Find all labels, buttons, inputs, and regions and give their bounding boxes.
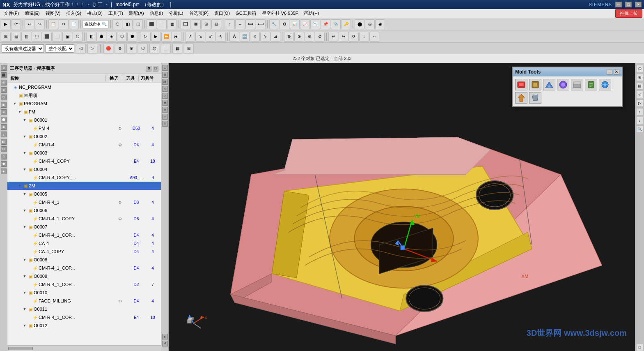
tb2-btn-30[interactable]: ⊙ [315,32,325,42]
tb-btn-29[interactable]: 📌 [321,19,330,29]
tb-btn-14[interactable]: ⬜ [157,19,167,29]
tb-btn-12[interactable]: ◫ [133,19,143,29]
filter-btn-4[interactable]: ⊕ [115,44,125,53]
menu-view[interactable]: 视图(V) [43,9,63,17]
tree-expand[interactable]: ▼ [22,291,27,295]
tb-btn-24[interactable]: 🔧 [269,19,279,29]
tree-row[interactable]: ▼▣O0005 [7,190,161,198]
tb2-btn-27[interactable]: ⊕ [284,32,294,42]
filter-btn-9[interactable]: ▦ [172,44,182,53]
mold-tool-1[interactable] [515,79,527,90]
tb-btn-20[interactable]: ↕ [225,19,235,29]
tree-row[interactable]: ⚡CM-R-4_1⚙D84 [7,198,161,206]
tree-row[interactable]: ⚡CM-R-4_COPYE410 [7,157,161,165]
tree-row[interactable]: ▼▣O0006 [7,206,161,215]
tree-expand[interactable]: ▼ [22,208,27,212]
ph-icon-1[interactable]: ⚙ [146,66,151,72]
viewport[interactable]: YM XM X [169,63,635,351]
tb2-btn-28[interactable]: ⊗ [294,32,304,42]
filter-btn-5[interactable]: ⊗ [126,44,136,53]
tb-btn-11[interactable]: ◧ [123,19,133,29]
tb2-btn-32[interactable]: ↪ [339,32,348,42]
tb2-btn-4[interactable]: ⬚ [32,32,41,42]
tb-btn-32[interactable]: ⬤ [355,19,364,29]
tree-row[interactable]: ▼▣O0011 [7,305,161,313]
tb2-btn-31[interactable]: ↩ [328,32,338,42]
nav-icon-1[interactable]: ⬡ [162,65,168,71]
restore-button[interactable]: □ [625,2,632,7]
tb2-btn-29[interactable]: ⊘ [305,32,314,42]
tb-btn-31[interactable]: 🔑 [341,19,351,29]
tb-btn-26[interactable]: 📊 [290,19,300,29]
mold-tool-2[interactable] [529,79,541,90]
mold-tool-8[interactable] [515,92,527,104]
tree-row[interactable]: ▼▣O0008 [7,256,161,264]
start-button[interactable]: ▶ [1,19,11,29]
tb-btn-18[interactable]: ⊞ [201,19,211,29]
tb-btn-10[interactable]: ⬡ [112,19,122,29]
tb2-btn-24[interactable]: ℓ [250,32,260,42]
tree-row[interactable]: ⚡CM-R-4_COPY_...A90_...9 [7,173,161,182]
mold-tool-7[interactable] [599,79,611,90]
tb2-btn-33[interactable]: ⟳ [349,32,359,42]
tb2-btn-2[interactable]: ▤ [11,32,21,42]
vs-icon-7[interactable]: ↓ [636,117,644,124]
menu-star-plugin[interactable]: 星空外挂 V6.935F [259,9,301,17]
tree-row[interactable]: ▼▣ZM [7,182,161,190]
tree-row[interactable]: ▼▣O0012 [7,321,161,330]
menu-info[interactable]: 信息(I) [147,9,165,17]
mold-tools-minimize[interactable]: ─ [607,69,612,75]
tree-expand[interactable]: ▼ [17,184,22,188]
left-icon-11[interactable]: ◧ [1,139,7,145]
vs-icon-5[interactable]: ▷ [636,99,644,107]
tb2-btn-12[interactable]: ⬡ [117,32,127,42]
left-icon-2[interactable]: ⬛ [1,72,7,78]
tb-btn-23[interactable]: ⟻ [256,19,266,29]
horiz-scrollbar-thumb[interactable] [8,347,33,350]
tree-row[interactable]: ⚡CM-R-4_1_COPY⚙D64 [7,215,161,223]
nav-icon-4[interactable]: ◁ [162,86,168,92]
tb2-btn-9[interactable]: ◧ [86,32,96,42]
tb-btn-21[interactable]: ↔ [235,19,245,29]
tb2-btn-23[interactable]: 🔤 [240,32,250,42]
tb2-btn-10[interactable]: ⬟ [96,32,106,42]
tb2-btn-19[interactable]: ↘ [195,32,205,42]
tb-btn-27[interactable]: 📈 [300,19,310,29]
menu-tools[interactable]: 工具(T) [106,9,126,17]
mold-tool-5[interactable] [571,79,583,90]
tb-btn-33[interactable]: ◎ [365,19,375,29]
tb-btn-2[interactable]: ⟳ [11,19,21,29]
tb2-btn-11[interactable]: ◈ [107,32,117,42]
menu-assembly[interactable]: 装配(A) [126,9,147,17]
filter-btn-7[interactable]: ◎ [149,44,159,53]
left-icon-5[interactable]: ⬡ [1,95,7,100]
vs-icon-4[interactable]: ◁ [636,91,644,98]
left-icon-10[interactable]: ↕ [1,132,7,137]
mold-tool-6[interactable] [585,79,597,90]
tree-row[interactable]: ▼▣O0010 [7,289,161,297]
tree-expand[interactable]: ▼ [22,323,27,328]
nav-icon-9[interactable]: ✕ [162,121,168,127]
left-icon-3[interactable]: ◎ [1,80,7,85]
left-icon-13[interactable]: ⊙ [1,154,7,159]
tb-btn-34[interactable]: ◉ [375,19,385,29]
tb2-btn-8[interactable]: ⬡ [73,32,83,42]
menu-insert[interactable]: 插入(S) [64,9,84,17]
tree-expand[interactable]: ▼ [22,225,27,229]
left-icon-settings[interactable]: ⚙ [1,65,7,71]
vs-icon-3[interactable]: ▤ [636,82,644,90]
left-icon-14[interactable]: ⬟ [1,161,7,167]
tb2-btn-1[interactable]: ⊞ [1,32,11,42]
nav-icon-11[interactable]: ↺ [162,341,168,346]
tb2-btn-5[interactable]: ⬛ [42,32,52,42]
left-icon-15[interactable]: ◈ [1,169,7,174]
tb-btn-22[interactable]: ⟺ [245,19,255,29]
tb2-btn-3[interactable]: ▥ [21,32,31,42]
tree-row[interactable]: ⚡CM-R-4_1_COP...D44 [7,264,161,272]
close-button[interactable]: ✕ [635,2,642,7]
menu-edit[interactable]: 编辑(E) [22,9,42,17]
tb2-btn-35[interactable]: ↔ [369,32,379,42]
tb2-btn-13[interactable]: ⬢ [127,32,137,42]
prog-scroll-area[interactable] [7,345,161,351]
left-icon-7[interactable]: ⊗ [1,109,7,115]
